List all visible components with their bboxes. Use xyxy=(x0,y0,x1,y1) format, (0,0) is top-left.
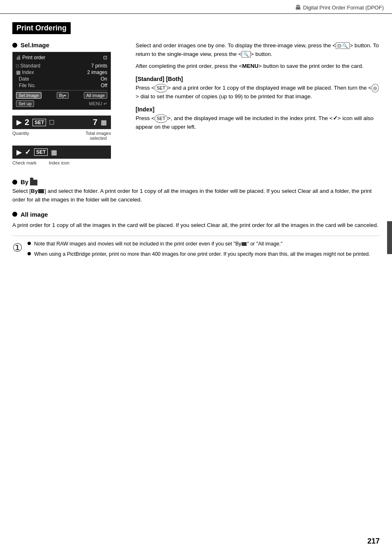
check-mark-sym: ✓ xyxy=(25,148,31,157)
right-column: Select and order images one by one. To d… xyxy=(136,42,380,172)
by-folder-para: Select [By] and select the folder. A pri… xyxy=(12,187,380,204)
main-content: Print Ordering Sel.Image 🖨 Print order ⊡… xyxy=(0,14,392,268)
intro-para-2: After completing the print order, press … xyxy=(136,62,380,71)
sel-image-header: Sel.Image xyxy=(12,42,127,49)
left-column: Sel.Image 🖨 Print order ⊡ □ Standard 7 p… xyxy=(12,42,127,172)
sel-image-btn: Sel.Image xyxy=(16,92,42,99)
page-header: 🖶 Digital Print Order Format (DPOF) xyxy=(0,0,392,14)
header-text: Digital Print Order Format (DPOF) xyxy=(303,5,384,11)
page-number: 217 xyxy=(367,537,380,546)
all-image-section: All image A print order for 1 copy of al… xyxy=(12,211,380,230)
note-bullet-1 xyxy=(28,242,31,245)
play-icon-1: ▶ xyxy=(16,118,21,126)
sel-image-label: Sel.Image xyxy=(21,42,49,49)
indicator-bar-2: ▶ ✓ SET ▦ xyxy=(12,146,111,159)
total-label: Total imagesselected xyxy=(85,131,111,141)
date-value: On xyxy=(101,76,107,82)
by-folder-section: By Select [By] and select the folder. A … xyxy=(12,178,380,204)
all-image-btn: All image xyxy=(84,92,107,99)
section-title: Print Ordering xyxy=(12,22,71,34)
camera-screen-title: 🖨 Print order ⊡ xyxy=(16,55,107,60)
sel-image-section: Sel.Image 🖨 Print order ⊡ □ Standard 7 p… xyxy=(12,42,380,172)
setup-btn: Set up xyxy=(16,100,34,107)
camera-screen: 🖨 Print order ⊡ □ Standard 7 prints ▦ In… xyxy=(12,52,111,110)
total-num: 7 xyxy=(93,118,97,127)
square-icon-1: □ xyxy=(49,118,54,127)
note-bullet-2 xyxy=(28,252,31,255)
indicator-labels-1: Quantity Total imagesselected xyxy=(12,131,111,141)
fileno-value: Off xyxy=(101,83,107,88)
standard-value: 7 prints xyxy=(91,63,107,69)
check-mark-label: Check mark xyxy=(12,160,37,165)
index-text: Press <SET>, and the displayed image wil… xyxy=(136,114,380,132)
set-label-2: SET xyxy=(34,148,48,156)
standard-both-para: Press <SET> and a print order for 1 copy… xyxy=(136,84,380,101)
row-standard: □ Standard 7 prints xyxy=(16,63,107,69)
note-item-2: When using a PictBridge printer, print n… xyxy=(28,250,380,258)
bullet-icon-3 xyxy=(12,212,17,217)
check-labels: Check mark Index icon xyxy=(12,160,111,165)
standard-icon: □ Standard xyxy=(16,63,40,69)
all-image-text: A print order for 1 copy of all the imag… xyxy=(12,221,380,230)
index-title: [Index] xyxy=(136,106,380,113)
grid-icon-2: ▦ xyxy=(51,148,57,156)
grid-icon-1: ▦ xyxy=(101,118,107,126)
by-folder-text: Select [By] and select the folder. A pri… xyxy=(12,187,380,204)
by-folder-label: By xyxy=(21,178,37,185)
menu-label: MENU ↵ xyxy=(89,101,107,106)
fileno-label: File No. xyxy=(16,83,36,88)
screen-bottom-row2: Set up MENU ↵ xyxy=(16,100,107,107)
all-image-header: All image xyxy=(12,211,380,218)
play-icon-2: ▶ xyxy=(16,148,21,156)
note-text-2: When using a PictBridge printer, print n… xyxy=(34,250,370,258)
indicator-bar-1: ▶ 2 SET □ 7 ▦ xyxy=(12,116,111,129)
screen-divider xyxy=(16,90,107,90)
notes-icon: ① xyxy=(12,241,23,261)
print-icon: 🖶 xyxy=(295,4,301,11)
row-fileno: File No. Off xyxy=(16,83,107,88)
folder-icon xyxy=(30,180,37,185)
all-image-para: A print order for 1 copy of all the imag… xyxy=(12,221,380,230)
notes-section: ① Note that RAW images and movies will n… xyxy=(12,236,380,261)
index-value: 2 images xyxy=(87,69,107,75)
standard-both-title: [Standard] [Both] xyxy=(136,76,380,82)
bullet-icon xyxy=(12,43,17,48)
quantity-label: Quantity xyxy=(12,131,45,141)
by-btn: By▪ xyxy=(57,92,69,99)
note-item-1: Note that RAW images and movies will not… xyxy=(28,240,380,248)
print-order-label: 🖨 Print order xyxy=(16,55,45,60)
right-accent-bar xyxy=(387,221,392,254)
row-index: ▦ Index 2 images xyxy=(16,69,107,75)
note-text-1: Note that RAW images and movies will not… xyxy=(34,240,283,248)
screen-bottom: Sel.Image By▪ All image xyxy=(16,92,107,99)
all-image-label: All image xyxy=(21,211,48,218)
row-date: Date On xyxy=(16,76,107,82)
screen-icon-top: ⊡ xyxy=(103,55,107,60)
intro-para-1: Select and order images one by one. To d… xyxy=(136,42,380,59)
index-para: Press <SET>, and the displayed image wil… xyxy=(136,114,380,132)
index-icon: ▦ Index xyxy=(16,69,34,75)
intro-text: Select and order images one by one. To d… xyxy=(136,42,380,71)
set-label-1: SET xyxy=(32,119,46,126)
by-folder-header: By xyxy=(12,178,380,185)
index-icon-label: Index icon xyxy=(49,160,69,165)
bullet-icon-2 xyxy=(12,180,17,185)
notes-content: Note that RAW images and movies will not… xyxy=(28,240,380,261)
quantity-num: 2 xyxy=(25,118,29,127)
date-label: Date xyxy=(16,76,29,82)
standard-both-text: Press <SET> and a print order for 1 copy… xyxy=(136,84,380,101)
